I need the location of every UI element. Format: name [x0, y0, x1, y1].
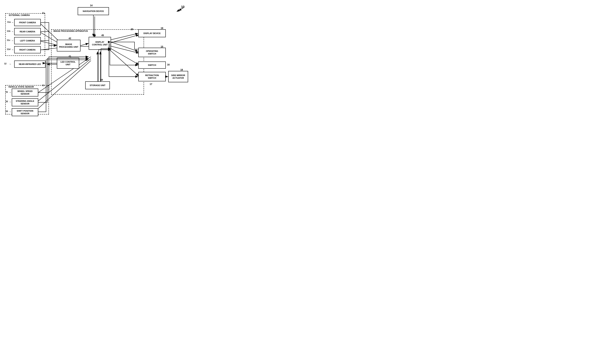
external-camera-label: EXTERNAL CAMERA	[8, 14, 30, 16]
tilde-31: ~	[9, 91, 11, 94]
ref-17: 17	[150, 83, 152, 85]
vehicle-state-sensor-label: VEHICLE STATE SENSOR	[8, 86, 34, 88]
left-camera-box: LEFT CAMERA	[14, 37, 41, 44]
switch-box: SWITCH	[138, 61, 166, 69]
front-camera-box: FRONT CAMERA	[14, 19, 41, 26]
shift-position-sensor-box: SHIFT POSITION SENSOR	[12, 108, 38, 116]
storage-unit-box: STORAGE UNIT	[85, 81, 110, 89]
led-control-unit-box: LED CONTROL UNIT	[57, 58, 79, 69]
ref-44: 44	[101, 78, 103, 81]
image-processing-unit-box: IMAGE PROCESSING UNIT	[57, 40, 81, 52]
diagram: EXTERNAL CAMERA 11 FRONT CAMERA 11a ~ RE…	[0, 0, 189, 116]
navigation-device-box: NAVIGATION DEVICE	[78, 7, 109, 15]
display-control-unit-box: DISPLAY CONTROL UNIT	[89, 37, 111, 50]
ref-16: 16	[167, 63, 169, 66]
ref-14: 14	[90, 4, 93, 7]
ref-19: 19	[161, 27, 163, 30]
wheel-speed-sensor-box: WHEEL SPEED SENSOR	[12, 89, 38, 97]
operating-switch-box: OPERATING SWITCH	[138, 48, 166, 57]
near-infrared-led-box: NEAR-INFRARED LED	[14, 60, 46, 68]
display-device-box: DISPLAY DEVICE	[138, 29, 166, 37]
right-camera-box: RIGHT CAMERA	[14, 46, 41, 53]
ref-11b: 11b	[7, 30, 10, 32]
retraction-switch-box: RETRACTION SWITCH	[138, 72, 166, 81]
ref-15: 15	[161, 46, 163, 48]
tilde-11c: ~	[12, 39, 13, 42]
ref-11: 11	[42, 12, 45, 14]
image-processing-apparatus-label: IMAGE PROCESSING APPARATUS	[53, 30, 88, 32]
ref-45: 45	[101, 34, 104, 37]
ref-10-arrow	[174, 7, 186, 12]
tilde-11b: ~	[12, 30, 13, 33]
svg-line-17	[177, 7, 184, 11]
side-mirror-actuator-box: SIDE MIRROR ACTUATOR	[168, 71, 188, 82]
ref-13-label: 13	[42, 84, 44, 86]
rear-camera-box: REAR CAMERA	[14, 28, 41, 35]
ref-12: 12	[4, 62, 7, 65]
ref-31: 31	[6, 91, 8, 93]
tilde-12: ~	[9, 63, 11, 66]
ref-11d: 11d	[7, 48, 10, 50]
ref-32: 32	[6, 100, 8, 103]
ref-11c: 11c	[7, 39, 10, 41]
ref-11a: 11a	[7, 21, 11, 23]
ref-42: 42	[69, 37, 71, 40]
ref-41: 41	[69, 55, 71, 58]
ref-33: 33	[6, 110, 8, 112]
tilde-11d: ~	[12, 48, 13, 51]
ref-18: 18	[180, 68, 183, 71]
steering-angle-sensor-box: STEERING ANGLE SENSOR	[12, 98, 38, 106]
ref-20: 20	[131, 28, 133, 31]
tilde-11a: ~	[12, 21, 13, 24]
tilde-33: ~	[9, 110, 11, 113]
tilde-32: ~	[9, 100, 11, 104]
